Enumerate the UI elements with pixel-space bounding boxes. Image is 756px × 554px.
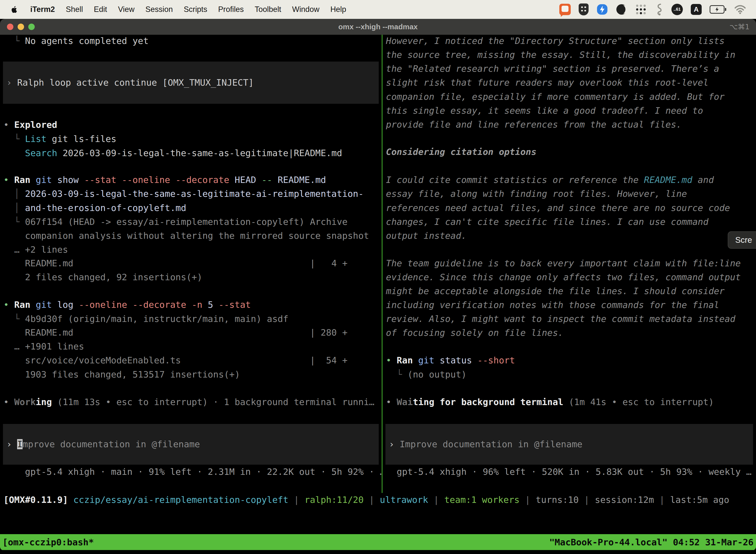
terminal-line: might be acceptable alongside the file l…	[386, 284, 756, 298]
terminal-line: companion analysis without altering the …	[3, 229, 382, 243]
terminal-line: README.md | 280 +	[3, 326, 382, 340]
terminal-line: review. Also, I might want to inspect th…	[386, 312, 756, 326]
screen-overlay-button[interactable]: Scre	[728, 231, 756, 249]
menu-item-help[interactable]: Help	[330, 5, 346, 14]
terminal-line: essay file, along with finding root file…	[386, 187, 756, 201]
bolt-badge-icon[interactable]	[596, 4, 608, 15]
terminal-line: • Waiting for background terminal (1m 41…	[386, 395, 756, 409]
iterm2-window: omx --xhigh --madmax ⌥⌘1 › Ralph loop ac…	[0, 19, 756, 551]
right-prompt-text: › Improve documentation in @filename	[385, 437, 582, 451]
terminal-line: • Explored	[3, 118, 382, 132]
ralph-loop-text: › Ralph loop active continue [OMX_TMUX_I…	[3, 76, 254, 90]
menu-item-scripts[interactable]: Scripts	[184, 5, 207, 14]
terminal-line: gpt-5.4 xhigh · 96% left · 520K in · 5.8…	[386, 465, 756, 479]
window-shortcut-badge: ⌥⌘1	[730, 22, 750, 31]
shield-grid-icon[interactable]	[579, 3, 588, 15]
screen-overlay-label: Scre	[735, 235, 752, 245]
menu-item-profiles[interactable]: Profiles	[218, 5, 244, 14]
apple-menu[interactable]	[10, 5, 18, 14]
terminal-line: └ 4b9d30f (origin/main, instructkr/main,…	[3, 312, 382, 326]
terminal-line: └ 067f154 (HEAD -> essay/ai-reimplementa…	[3, 215, 382, 229]
terminal-line: 2 files changed, 92 insertions(+)	[3, 270, 382, 284]
menu-item-toolbelt[interactable]: Toolbelt	[255, 5, 281, 14]
minimize-button[interactable]	[18, 23, 24, 30]
badge-61-label: ..61	[674, 7, 681, 12]
pie-circle-icon[interactable]	[616, 4, 627, 15]
macos-menu-bar: iTerm2ShellEditViewSessionScriptsProfile…	[0, 0, 756, 19]
terminal-line: • Working (11m 13s • esc to interrupt) ·…	[3, 395, 382, 409]
terminal-line: the "Related research writing" section i…	[386, 62, 756, 76]
terminal-line: The team guideline is to back every impo…	[386, 257, 756, 270]
ralph-loop-banner: › Ralph loop active continue [OMX_TMUX_I…	[3, 62, 379, 104]
terminal-line: including verification notes with those …	[386, 298, 756, 312]
a-square-label: A	[694, 6, 699, 13]
terminal-line: provide file and line references from th…	[386, 118, 756, 131]
wifi-icon[interactable]	[734, 4, 746, 14]
menu-item-shell[interactable]: Shell	[66, 5, 83, 14]
tmux-session-label[interactable]: [omx-cczip0:bash*	[2, 537, 94, 547]
terminal-line: I could cite commit statistics or refere…	[386, 173, 756, 187]
squiggle-icon[interactable]	[654, 3, 664, 16]
terminal-line: README.md | 4 +	[3, 257, 382, 270]
desktop: { "colors": { "accent_green": "#45b82f",…	[0, 0, 756, 554]
terminal-line: gpt-5.4 xhigh · main · 91% left · 2.31M …	[3, 465, 382, 479]
terminal-line: slight risk that future readers may over…	[386, 76, 756, 90]
menu-item-window[interactable]: Window	[292, 5, 319, 14]
terminal-line: of focusing solely on file lines.	[386, 326, 756, 340]
omx-status-line: [OMX#0.11.9] cczip/essay/ai-reimplementa…	[3, 493, 729, 507]
menu-item-iterm2[interactable]: iTerm2	[30, 5, 55, 14]
terminal-line: evidence. Since this change only affects…	[386, 270, 756, 284]
terminal-line: └ (no output)	[386, 368, 756, 382]
terminal-line: However, I noticed the "Directory Struct…	[386, 35, 756, 48]
terminal-area: › Ralph loop active continue [OMX_TMUX_I…	[0, 35, 756, 535]
a-square-icon[interactable]: A	[691, 4, 702, 15]
terminal-line: this single essay, it seems like a good …	[386, 104, 756, 118]
badge-61-icon[interactable]: ..61	[672, 4, 683, 15]
left-pane[interactable]: › Ralph loop active continue [OMX_TMUX_I…	[0, 35, 382, 493]
tmux-host-clock: "MacBook-Pro-44.local" 04:52 31-Mar-26	[549, 537, 754, 547]
terminal-line: Search 2026-03-09-is-legal-the-same-as-l…	[3, 146, 382, 160]
tmux-status-bar: [omx-cczip0:bash* "MacBook-Pro-44.local"…	[0, 534, 756, 550]
chat-app-icon[interactable]	[559, 4, 571, 15]
battery-icon[interactable]	[710, 5, 726, 14]
traffic-lights	[7, 23, 35, 30]
terminal-line: • Ran git status --short	[386, 353, 756, 367]
right-prompt-input[interactable]: › Improve documentation in @filename	[385, 424, 753, 465]
terminal-line: src/voice/voiceModeEnabled.ts | 54 +	[3, 353, 382, 367]
terminal-line: └ No agents completed yet	[3, 35, 382, 48]
menu: iTerm2ShellEditViewSessionScriptsProfile…	[30, 5, 346, 14]
terminal-line: … +2 lines	[3, 243, 382, 257]
terminal-line: changes, I can't cite specific file line…	[386, 215, 756, 229]
window-title: omx --xhigh --madmax	[338, 22, 418, 31]
terminal-line: │ and-the-erosion-of-copyleft.md	[3, 201, 382, 215]
zoom-button[interactable]	[28, 23, 35, 30]
terminal-line: │ 2026-03-09-is-legal-the-same-as-legiti…	[3, 187, 382, 201]
left-prompt-text: › Improve documentation in @filename	[3, 437, 200, 451]
menu-bar-status-icons: ..61 A	[559, 3, 746, 16]
apple-icon	[10, 5, 18, 14]
terminal-line: references need actual files, and since …	[386, 201, 756, 215]
terminal-line: the source tree, missing the essay. Stil…	[386, 48, 756, 62]
close-button[interactable]	[7, 23, 13, 30]
menu-item-view[interactable]: View	[118, 5, 135, 14]
dots-grid-icon[interactable]	[635, 4, 647, 15]
terminal-line: • Ran git log --oneline --decorate -n 5 …	[3, 298, 382, 312]
terminal-line: └ List git ls-files	[3, 132, 382, 146]
terminal-line: … +1901 lines	[3, 340, 382, 353]
terminal-line: 1903 files changed, 513517 insertions(+)	[3, 368, 382, 382]
terminal-line: Considering citation options	[386, 145, 756, 159]
window-title-bar[interactable]: omx --xhigh --madmax ⌥⌘1	[0, 19, 756, 35]
menu-item-edit[interactable]: Edit	[94, 5, 107, 14]
left-prompt-input[interactable]: › Improve documentation in @filename	[3, 424, 379, 465]
terminal-line: • Ran git show --stat --oneline --decora…	[3, 173, 382, 187]
menu-item-session[interactable]: Session	[145, 5, 173, 14]
terminal-line: output instead.	[386, 229, 756, 243]
right-pane[interactable]: › Improve documentation in @filename How…	[382, 35, 756, 493]
terminal-line: companion file, especially if more comme…	[386, 90, 756, 104]
